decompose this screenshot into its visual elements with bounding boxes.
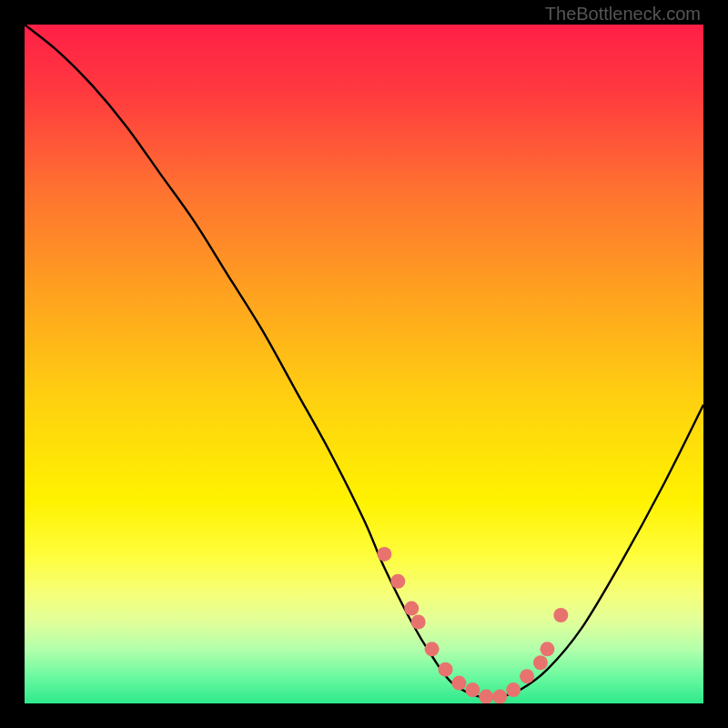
watermark-text: TheBottleneck.com — [545, 4, 701, 25]
data-point — [506, 682, 521, 697]
data-point — [377, 547, 391, 561]
data-point — [540, 642, 554, 656]
data-point — [553, 608, 568, 622]
data-point — [439, 662, 453, 677]
data-point — [390, 574, 405, 589]
data-point — [404, 602, 419, 616]
data-point — [479, 690, 493, 703]
data-point — [411, 614, 426, 629]
bottleneck-chart — [25, 25, 703, 703]
data-point — [451, 676, 466, 691]
data-point — [425, 642, 440, 656]
data-point — [492, 690, 507, 703]
chart-frame — [25, 25, 703, 703]
data-point — [520, 669, 534, 683]
data-point — [465, 682, 480, 697]
data-point — [533, 655, 548, 670]
